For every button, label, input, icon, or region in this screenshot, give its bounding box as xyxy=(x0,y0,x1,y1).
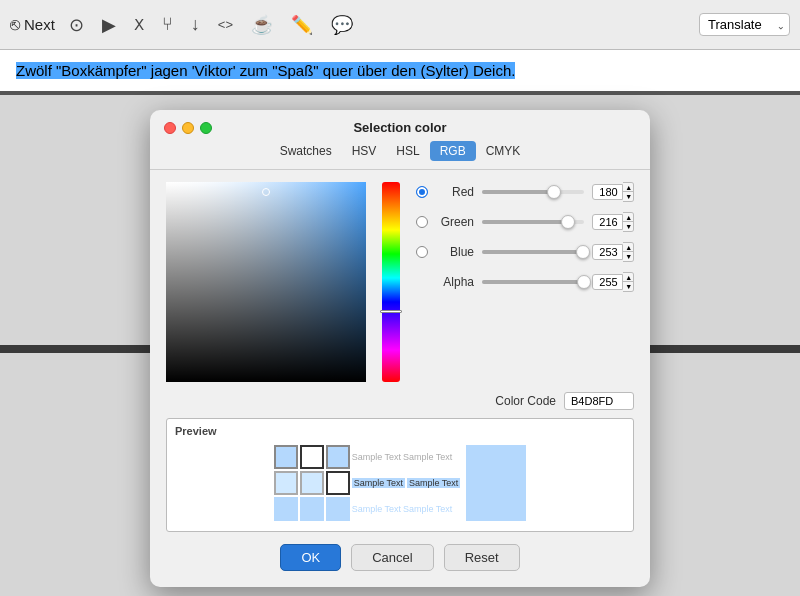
red-radio[interactable] xyxy=(416,186,428,198)
dialog-titlebar: Selection color xyxy=(150,110,650,141)
color-tabs: Swatches HSV HSL RGB CMYK xyxy=(150,141,650,170)
sliders-panel: Red 180 ▲ ▼ Gre xyxy=(416,182,634,382)
tab-cmyk[interactable]: CMYK xyxy=(476,141,531,161)
preview-label: Preview xyxy=(175,425,625,437)
red-down[interactable]: ▼ xyxy=(623,192,634,201)
preview-section: Preview Sample Text Sample Text xyxy=(166,418,634,532)
sq-black-layer xyxy=(166,182,366,382)
tab-hsv[interactable]: HSV xyxy=(342,141,387,161)
dialog-body: Red 180 ▲ ▼ Gre xyxy=(150,170,650,388)
preview-row-2: Sample Text Sample Text xyxy=(274,471,461,495)
red-value[interactable]: 180 xyxy=(592,184,623,200)
red-fill xyxy=(482,190,554,194)
preview-box-3 xyxy=(326,445,350,469)
close-button[interactable] xyxy=(164,122,176,134)
green-thumb[interactable] xyxy=(561,215,575,229)
preview-text-3: Sample Text xyxy=(352,478,405,488)
color-code-input[interactable] xyxy=(564,392,634,410)
alpha-down[interactable]: ▼ xyxy=(623,282,634,291)
alpha-track[interactable] xyxy=(482,280,584,284)
green-value[interactable]: 216 xyxy=(592,214,623,230)
maximize-button[interactable] xyxy=(200,122,212,134)
preview-box-4 xyxy=(274,471,298,495)
dialog-overlay: Selection color Swatches HSV HSL RGB CMY… xyxy=(0,0,800,596)
alpha-value[interactable]: 255 xyxy=(592,274,623,290)
blue-fill xyxy=(482,250,583,254)
preview-row-3: Sample Text Sample Text xyxy=(274,497,461,521)
color-code-label: Color Code xyxy=(495,394,556,408)
tab-hsl[interactable]: HSL xyxy=(386,141,429,161)
alpha-slider-row: Alpha 255 ▲ ▼ xyxy=(416,272,634,292)
preview-rows: Sample Text Sample Text Sample Text Samp… xyxy=(274,445,461,521)
red-thumb[interactable] xyxy=(547,185,561,199)
window-controls xyxy=(164,122,212,134)
red-track[interactable] xyxy=(482,190,584,194)
preview-text-4: Sample Text xyxy=(407,478,460,488)
reset-button[interactable]: Reset xyxy=(444,544,520,571)
preview-grid: Sample Text Sample Text Sample Text Samp… xyxy=(175,441,625,525)
color-square-container[interactable] xyxy=(166,182,366,382)
green-radio[interactable] xyxy=(416,216,428,228)
blue-radio[interactable] xyxy=(416,246,428,258)
preview-box-6 xyxy=(326,471,350,495)
alpha-thumb[interactable] xyxy=(577,275,591,289)
preview-box-9 xyxy=(326,497,350,521)
hue-bar[interactable] xyxy=(382,182,400,382)
selection-color-dialog: Selection color Swatches HSV HSL RGB CMY… xyxy=(150,110,650,587)
blue-thumb[interactable] xyxy=(576,245,590,259)
preview-box-5 xyxy=(300,471,324,495)
blue-slider-row: Blue 253 ▲ ▼ xyxy=(416,242,634,262)
alpha-fill xyxy=(482,280,584,284)
minimize-button[interactable] xyxy=(182,122,194,134)
sq-crosshair xyxy=(262,188,270,196)
preview-text-1: Sample Text xyxy=(352,452,401,462)
green-up[interactable]: ▲ xyxy=(623,213,634,222)
dialog-title: Selection color xyxy=(353,120,446,135)
red-spinner[interactable]: ▲ ▼ xyxy=(623,182,634,202)
blue-down[interactable]: ▼ xyxy=(623,252,634,261)
preview-color-block xyxy=(466,445,526,521)
hue-bar-container[interactable] xyxy=(382,182,400,382)
hue-indicator xyxy=(380,310,402,313)
green-down[interactable]: ▼ xyxy=(623,222,634,231)
tab-rgb[interactable]: RGB xyxy=(430,141,476,161)
dialog-actions: OK Cancel Reset xyxy=(150,532,650,571)
green-track[interactable] xyxy=(482,220,584,224)
blue-value[interactable]: 253 xyxy=(592,244,623,260)
alpha-label: Alpha xyxy=(436,275,474,289)
preview-box-1 xyxy=(274,445,298,469)
red-value-box: 180 ▲ ▼ xyxy=(592,182,634,202)
blue-spinner[interactable]: ▲ ▼ xyxy=(623,242,634,262)
blue-label: Blue xyxy=(436,245,474,259)
green-label: Green xyxy=(436,215,474,229)
alpha-value-box: 255 ▲ ▼ xyxy=(592,272,634,292)
red-up[interactable]: ▲ xyxy=(623,183,634,192)
green-spinner[interactable]: ▲ ▼ xyxy=(623,212,634,232)
blue-track[interactable] xyxy=(482,250,584,254)
color-code-row: Color Code xyxy=(150,388,650,410)
preview-row-1: Sample Text Sample Text xyxy=(274,445,461,469)
preview-text-6: Sample Text xyxy=(403,504,452,514)
alpha-spinner[interactable]: ▲ ▼ xyxy=(623,272,634,292)
blue-up[interactable]: ▲ xyxy=(623,243,634,252)
preview-box-2 xyxy=(300,445,324,469)
preview-text-2: Sample Text xyxy=(403,452,452,462)
red-slider-row: Red 180 ▲ ▼ xyxy=(416,182,634,202)
red-label: Red xyxy=(436,185,474,199)
green-fill xyxy=(482,220,568,224)
preview-box-8 xyxy=(300,497,324,521)
preview-box-7 xyxy=(274,497,298,521)
cancel-button[interactable]: Cancel xyxy=(351,544,433,571)
tab-swatches[interactable]: Swatches xyxy=(270,141,342,161)
green-value-box: 216 ▲ ▼ xyxy=(592,212,634,232)
blue-value-box: 253 ▲ ▼ xyxy=(592,242,634,262)
ok-button[interactable]: OK xyxy=(280,544,341,571)
alpha-up[interactable]: ▲ xyxy=(623,273,634,282)
color-gradient-square[interactable] xyxy=(166,182,366,382)
green-slider-row: Green 216 ▲ ▼ xyxy=(416,212,634,232)
preview-text-5: Sample Text xyxy=(352,504,401,514)
